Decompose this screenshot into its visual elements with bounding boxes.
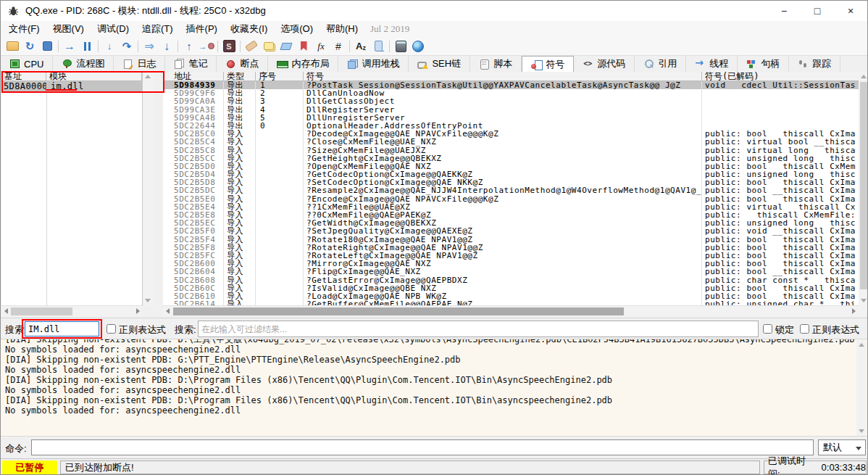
view-tab[interactable]: 流程图 (53, 56, 114, 72)
symbol-row[interactable]: 5DC2B5C0 导入 ?Decode@CxImage@@QAE_NPAVCxF… (163, 130, 859, 138)
view-tab[interactable]: SEH链 (409, 56, 470, 72)
toolbar-button-icon[interactable] (4, 38, 21, 54)
minimize-button[interactable]: − (767, 1, 801, 21)
toolbar-button-icon[interactable] (243, 38, 260, 54)
view-tab[interactable]: 断点 (217, 56, 268, 72)
menu-item[interactable]: 帮助(H) (320, 21, 364, 37)
toolbar-button-icon[interactable] (260, 38, 277, 54)
symbol-row[interactable]: 5D984939 导出 1 ?PostTask_Session@SessionT… (163, 81, 859, 89)
symbol-row[interactable]: 5DC2B5C4 导入 ?Close@CxMemFile@@UAE_NXZ pu… (163, 138, 859, 146)
scroll-down-icon[interactable] (859, 429, 864, 433)
symbol-row[interactable]: 5DC2B5E8 导入 ??0CxMemFile@@QAE@PAEK@Z pub… (163, 211, 859, 219)
scroll-up-icon[interactable] (859, 343, 864, 347)
toolbar-button-icon[interactable] (96, 38, 101, 54)
scrollbar-thumb[interactable] (860, 82, 867, 289)
view-tab[interactable]: 脚本 (470, 56, 522, 72)
view-tab[interactable]: 线程 (686, 56, 738, 72)
toolbar-button-icon[interactable] (61, 38, 78, 54)
symbol-row[interactable]: 5DC2B5F0 导入 ?SetJpegQuality@CxImage@@QAE… (163, 227, 859, 235)
toolbar-button-icon[interactable] (198, 38, 215, 54)
view-tab[interactable]: 句柄 (738, 56, 789, 72)
symbol-row[interactable]: 5DC2B610 导入 ?Load@CxImage@@QAE_NPB_WK@Z … (163, 292, 859, 300)
view-tab[interactable]: 源代码 (574, 56, 635, 72)
scroll-up-icon[interactable] (861, 75, 867, 78)
symbol-row[interactable]: 5D99C9F6 导出 2 DllCanUnloadNow (163, 89, 859, 97)
toolbar-button-icon[interactable] (392, 38, 409, 54)
toolbar-button-icon[interactable] (141, 38, 158, 54)
view-tab[interactable]: 调用堆栈 (338, 56, 409, 72)
symbol-row[interactable]: 5DC2B5DC 导入 ?Resample2@CxImage@@QAE_NJJW… (163, 186, 859, 194)
toolbar-button-icon[interactable] (21, 38, 38, 54)
column-header-address[interactable]: 地址 (163, 72, 224, 80)
column-header-ordinal[interactable]: 序号 (256, 72, 304, 80)
symbol-row[interactable]: 5DC2B5E4 导入 ??1CxMemFile@@UAE@XZ public:… (163, 203, 859, 211)
toolbar-button-icon[interactable] (180, 38, 198, 54)
toolbar-button-icon[interactable] (352, 38, 370, 54)
lock-checkbox[interactable] (763, 324, 772, 334)
toolbar-button-icon[interactable] (56, 38, 61, 54)
symbols-horizontal-scrollbar[interactable] (163, 305, 859, 316)
maximize-button[interactable]: □ (801, 1, 834, 21)
symbols-vertical-scrollbar[interactable] (859, 72, 868, 305)
close-button[interactable]: × (834, 1, 867, 21)
command-profile-dropdown[interactable]: 默认 (818, 439, 866, 455)
column-header-symbol[interactable]: 符号 (304, 72, 702, 80)
view-tab[interactable]: 笔记 (165, 56, 217, 72)
log-pane[interactable]: [DIA] Skipping non-existent PDB: D:\工具\中… (1, 339, 867, 436)
view-tab[interactable]: 引用 (635, 56, 686, 72)
menu-item[interactable]: 调试(D) (91, 21, 135, 37)
modules-horizontal-scrollbar[interactable] (1, 305, 143, 316)
toolbar-button-icon[interactable] (158, 38, 175, 54)
menu-item[interactable]: 文件(F) (2, 21, 46, 37)
toolbar-button-icon[interactable] (409, 38, 427, 54)
symbol-row[interactable]: 5DC2B5E0 导入 ?Encode@CxImage@@QAE_NPAVCxF… (163, 195, 859, 203)
toolbar-button-icon[interactable] (38, 38, 56, 54)
toolbar-button-icon[interactable] (277, 38, 295, 54)
symbol-row[interactable]: 5DC2B5C8 导入 ?Size@CxMemFile@@UAEJXZ publ… (163, 146, 859, 154)
toolbar-button-icon[interactable] (347, 38, 352, 54)
scroll-left-icon[interactable] (4, 308, 8, 314)
toolbar-button-icon[interactable] (175, 38, 180, 54)
toolbar-button-icon[interactable] (118, 38, 135, 54)
symbol-row[interactable]: 5DC2B5FC 导入 ?RotateLeft@CxImage@@QAE_NPA… (163, 252, 859, 260)
column-header-module[interactable]: 模块 (46, 72, 142, 80)
module-search-input[interactable] (25, 321, 99, 336)
menu-item[interactable]: 收藏夹(I) (224, 21, 274, 37)
scrollbar-thumb[interactable] (173, 307, 624, 315)
symbol-row[interactable]: 5DC2B5D8 导入 ?SetCodecOption@CxImage@@QAE… (163, 178, 859, 186)
symbol-row[interactable]: 5DC2B60C 导入 ?IsValid@CxImage@@QBE_NXZ pu… (163, 284, 859, 292)
menu-item[interactable]: 视图(V) (46, 21, 91, 37)
regex-checkbox-2[interactable] (800, 324, 809, 334)
toolbar-button-icon[interactable] (387, 38, 392, 54)
symbol-row[interactable]: 5DC2B5D4 导入 ?GetCodecOption@CxImage@@QAE… (163, 170, 859, 178)
symbol-row[interactable]: 5DC2B608 导入 ?GetLastError@CxImage@@QAEPB… (163, 276, 859, 284)
toolbar-button-icon[interactable] (220, 38, 238, 54)
toolbar-button-icon[interactable] (238, 38, 243, 54)
view-tab[interactable]: 内存布局 (268, 56, 338, 72)
scroll-up-icon[interactable] (145, 75, 151, 78)
toolbar-button-icon[interactable] (78, 38, 96, 54)
symbol-row[interactable]: 5DC2B5EC 导入 ?GetWidth@CxImage@@QBEKXZ pu… (163, 219, 859, 227)
toolbar-button-icon[interactable] (330, 38, 347, 54)
view-tab[interactable]: 符号 (522, 56, 574, 72)
scroll-right-icon[interactable] (852, 308, 856, 314)
symbol-row[interactable]: 5DC2B614 导入 ?GetBuffer@CxMemFile@@QAEPAE… (163, 300, 859, 305)
column-header-type[interactable]: 类型 (224, 72, 256, 80)
symbol-row[interactable]: 5DC2B604 导入 ?Flip@CxImage@@QAE_NXZ publi… (163, 268, 859, 276)
symbol-row[interactable]: 5DC2B5D0 导入 ?Open@CxMemFile@@QAE_NXZ pub… (163, 162, 859, 170)
menu-item[interactable]: 追踪(T) (135, 21, 180, 37)
toolbar-button-icon[interactable] (370, 38, 387, 54)
title-bar[interactable]: QQ.exe - PID: 268C - 模块: ntdll.dll - 线程:… (1, 1, 867, 21)
symbol-row[interactable]: 5D99CA0A 导出 3 DllGetClassObject (163, 97, 859, 105)
command-input[interactable] (31, 439, 814, 455)
symbol-row[interactable]: 5DC2B600 导入 ?Mirror@CxImage@@QAE_NXZ pub… (163, 260, 859, 268)
column-header-decoded[interactable]: 符号(已解码) (702, 72, 859, 80)
toolbar-button-icon[interactable] (215, 38, 220, 54)
column-header-base[interactable]: 基址 (1, 72, 46, 80)
symbol-row[interactable]: 5DC22644 导出 0 OptionalHeader.AddressOfEn… (163, 122, 859, 130)
scroll-left-icon[interactable] (166, 308, 170, 314)
view-tab[interactable]: 日志 (114, 56, 165, 72)
view-tab[interactable]: CPU (1, 56, 53, 72)
view-tab[interactable]: 跟踪 (789, 56, 840, 72)
symbol-row[interactable]: 5DC2B5F4 导入 ?Rotate180@CxImage@@QAE_NPAV… (163, 236, 859, 244)
